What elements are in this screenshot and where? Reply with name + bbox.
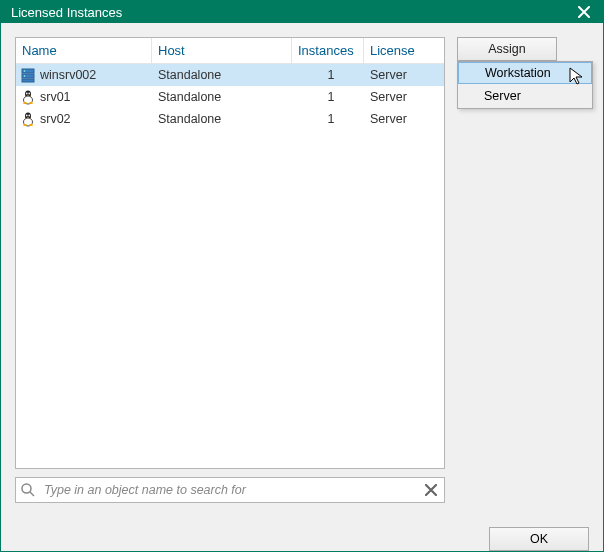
row-name: srv02 — [40, 112, 71, 126]
row-license: Server — [364, 108, 444, 130]
titlebar: Licensed Instances — [1, 1, 603, 23]
server-icon — [20, 67, 36, 83]
row-instances: 1 — [292, 108, 364, 130]
licensed-instances-dialog: Licensed Instances Name Host Instances L… — [0, 0, 604, 552]
assign-button[interactable]: Assign — [457, 37, 557, 61]
assign-dropdown: WorkstationServer — [457, 61, 593, 109]
svg-point-10 — [29, 102, 33, 104]
table-row[interactable]: srv01Standalone1Server — [16, 86, 444, 108]
linux-icon — [20, 89, 36, 105]
svg-point-8 — [28, 93, 30, 95]
row-instances: 1 — [292, 86, 364, 108]
svg-point-14 — [28, 115, 30, 117]
header-instances[interactable]: Instances — [292, 38, 364, 63]
table-row[interactable]: srv02Standalone1Server — [16, 108, 444, 130]
window-title: Licensed Instances — [11, 5, 573, 20]
svg-point-17 — [22, 484, 31, 493]
grid-body: winsrv002Standalone1Serversrv01Standalon… — [16, 64, 444, 468]
svg-point-13 — [26, 115, 28, 117]
grid-header: Name Host Instances License — [16, 38, 444, 64]
row-license: Server — [364, 64, 444, 86]
row-host: Standalone — [152, 86, 292, 108]
row-instances: 1 — [292, 64, 364, 86]
row-name: winsrv002 — [40, 68, 96, 82]
table-row[interactable]: winsrv002Standalone1Server — [16, 64, 444, 86]
svg-point-4 — [24, 75, 26, 77]
content-area: Name Host Instances License winsrv002Sta… — [1, 23, 603, 517]
svg-rect-2 — [22, 79, 34, 82]
svg-point-7 — [26, 93, 28, 95]
close-icon — [578, 6, 590, 18]
clear-icon — [425, 484, 437, 496]
header-name[interactable]: Name — [16, 38, 152, 63]
row-license: Server — [364, 86, 444, 108]
svg-point-3 — [24, 70, 26, 72]
search-clear-button[interactable] — [422, 481, 440, 499]
svg-point-16 — [29, 124, 33, 126]
header-license[interactable]: License — [364, 38, 444, 63]
svg-point-9 — [23, 102, 27, 104]
side-panel: Assign WorkstationServer — [457, 37, 577, 61]
search-bar — [15, 477, 445, 503]
row-name: srv01 — [40, 90, 71, 104]
row-host: Standalone — [152, 108, 292, 130]
svg-point-15 — [23, 124, 27, 126]
svg-line-18 — [30, 492, 34, 496]
dropdown-item-server[interactable]: Server — [458, 84, 592, 108]
search-input[interactable] — [42, 480, 416, 500]
linux-icon — [20, 111, 36, 127]
close-button[interactable] — [573, 1, 595, 23]
footer: OK — [1, 517, 603, 552]
search-icon — [20, 482, 36, 498]
instances-grid: Name Host Instances License winsrv002Sta… — [15, 37, 445, 469]
row-host: Standalone — [152, 64, 292, 86]
ok-button[interactable]: OK — [489, 527, 589, 551]
dropdown-item-workstation[interactable]: Workstation — [458, 62, 592, 84]
header-host[interactable]: Host — [152, 38, 292, 63]
